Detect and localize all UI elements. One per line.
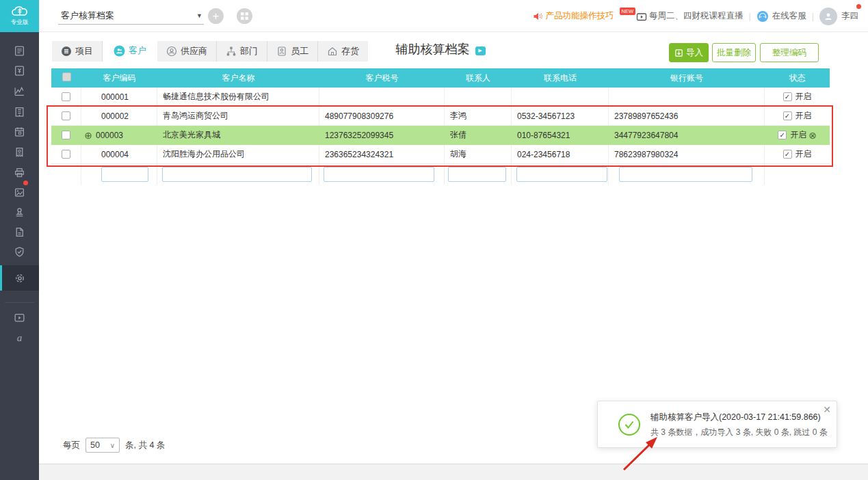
- cell-tax: 489077908309276: [319, 107, 445, 126]
- tab-label: 供应商: [181, 45, 207, 57]
- table-row[interactable]: 000001 畅捷通信息技术股份有限公司 ✓开启: [51, 88, 830, 107]
- row-checkbox[interactable]: [62, 150, 70, 159]
- inventory-house-icon: [327, 46, 338, 57]
- status-checkbox[interactable]: ✓: [783, 92, 792, 101]
- sidebar-item-print[interactable]: [0, 163, 39, 183]
- tab-inventory[interactable]: 存货: [318, 41, 368, 62]
- import-label: 导入: [686, 47, 703, 59]
- tab-employee[interactable]: 员工: [267, 41, 318, 62]
- sidebar-item-chanjet-brand[interactable]: a: [0, 328, 39, 348]
- table-row[interactable]: 000002 青岛鸿运商贸公司 489077908309276 李鸿 0532-…: [51, 107, 830, 126]
- new-tax-input[interactable]: [324, 167, 434, 182]
- sidebar-item-voucher[interactable]: [0, 41, 39, 61]
- cell-phone: 0532-34567123: [512, 107, 609, 126]
- new-bank-input[interactable]: [619, 167, 752, 182]
- remove-row-icon[interactable]: ⊗: [808, 130, 817, 141]
- supplier-badge-icon: [166, 46, 177, 57]
- select-caret-icon: ∨: [110, 442, 115, 449]
- close-icon[interactable]: ✕: [823, 404, 831, 415]
- tab-customer[interactable]: 客户: [103, 40, 157, 62]
- row-checkbox[interactable]: [62, 131, 70, 139]
- cell-bank: [609, 88, 765, 107]
- main-area: 客户核算档案 ▼ + 产品功能操作技巧 NEW 每周二、四财税课程直播 |: [39, 0, 868, 480]
- chevron-down-icon: ▼: [196, 12, 202, 19]
- sidebar-item-stamp[interactable]: [0, 202, 39, 222]
- import-result-toast: 辅助核算客户导入(2020-03-17 21:41:59.866) 共 3 条数…: [597, 401, 837, 448]
- separator: |: [749, 12, 751, 21]
- cell-name: 青岛鸿运商贸公司: [157, 107, 319, 126]
- app-root: 专业版 a 客户核算档案 ▼ +: [0, 0, 868, 480]
- tab-project[interactable]: 项目: [52, 41, 103, 62]
- product-tips-link[interactable]: 产品功能操作技巧: [533, 10, 614, 22]
- topbar-right-cluster: 产品功能操作技巧 NEW 每周二、四财税课程直播 | 在线客服 |: [533, 0, 859, 32]
- voucher-icon: [14, 45, 25, 57]
- cell-phone: 024-23456718: [512, 145, 609, 164]
- col-header-status: 状态: [765, 72, 830, 84]
- new-name-input[interactable]: [162, 167, 312, 182]
- sidebar-item-archive[interactable]: [0, 222, 39, 242]
- status-checkbox[interactable]: ✓: [783, 150, 792, 159]
- row-checkbox[interactable]: [62, 111, 70, 120]
- product-tips-label: 产品功能操作技巧: [546, 10, 614, 22]
- status-checkbox[interactable]: ✓: [778, 131, 787, 139]
- cloud-logo-icon: [12, 5, 28, 18]
- new-phone-input[interactable]: [516, 167, 607, 182]
- per-page-select[interactable]: 50 ∨: [86, 438, 120, 453]
- sidebar-item-invoice[interactable]: [0, 142, 39, 162]
- cell-status: ✓开启: [765, 107, 830, 126]
- live-course-label: 每周二、四财税课程直播: [649, 10, 744, 22]
- import-button[interactable]: 导入: [669, 43, 709, 62]
- report-building-icon: [14, 106, 25, 118]
- org-chart-icon: [226, 46, 237, 57]
- tab-label: 项目: [75, 45, 93, 57]
- sidebar-item-gallery[interactable]: [0, 183, 39, 202]
- project-list-icon: [61, 46, 72, 57]
- expand-plus-icon[interactable]: ⊕: [81, 130, 95, 141]
- app-logo[interactable]: 专业版: [0, 0, 39, 32]
- user-menu[interactable]: 李四: [819, 8, 858, 25]
- status-checkbox[interactable]: ✓: [783, 111, 792, 120]
- toast-title: 辅助核算客户导入(2020-03-17 21:41:59.866): [650, 412, 821, 423]
- bottom-strip: [39, 464, 868, 480]
- sidebar-item-closing-calendar[interactable]: [0, 122, 39, 142]
- live-course-link[interactable]: NEW 每周二、四财税课程直播: [620, 10, 744, 22]
- batch-delete-button[interactable]: 批量删除: [712, 43, 756, 62]
- tab-supplier[interactable]: 供应商: [157, 41, 217, 62]
- cell-name: 畅捷通信息技术股份有限公司: [157, 88, 319, 107]
- cell-bank: 34477923647804: [609, 126, 765, 145]
- new-entry-row: [51, 164, 830, 185]
- sidebar-item-settings[interactable]: [0, 265, 39, 291]
- employee-card-icon: [276, 46, 287, 57]
- new-badge: NEW: [620, 8, 636, 15]
- app-grid-button[interactable]: [237, 8, 252, 24]
- cell-code: 000001: [81, 88, 157, 107]
- online-service-link[interactable]: 在线客服: [757, 10, 806, 23]
- new-code-input[interactable]: [101, 167, 148, 182]
- tab-department[interactable]: 部门: [217, 41, 267, 62]
- organize-codes-button[interactable]: 整理编码: [760, 43, 819, 62]
- sidebar-item-video-course[interactable]: [0, 308, 39, 328]
- add-account-set-button[interactable]: +: [208, 8, 224, 24]
- module-select-dropdown[interactable]: 客户核算档案 ▼: [58, 7, 204, 25]
- cell-name: 沈阳胜海办公用品公司: [157, 145, 319, 164]
- select-all-checkbox[interactable]: [62, 72, 71, 81]
- sidebar-item-cashbook[interactable]: [0, 61, 39, 81]
- col-header-name: 客户名称: [157, 72, 319, 84]
- sidebar-item-audit[interactable]: [0, 242, 39, 262]
- cell-bank: 23789897652436: [609, 107, 765, 126]
- cell-phone: 010-87654321: [512, 126, 609, 145]
- sidebar-divider: [5, 302, 34, 303]
- table-row-selected[interactable]: ⊕000003 北京美光家具城 123763252099345 张倩 010-8…: [51, 126, 830, 145]
- new-contact-input[interactable]: [448, 167, 506, 182]
- title-video-icon[interactable]: ▶: [475, 46, 486, 55]
- grid-icon: [241, 12, 248, 20]
- invoice-icon: [14, 146, 25, 158]
- cell-tax: 236365234324321: [319, 145, 445, 164]
- table-row[interactable]: 000004 沈阳胜海办公用品公司 236365234324321 胡海 024…: [51, 145, 830, 164]
- sidebar-item-statements[interactable]: [0, 102, 39, 122]
- cell-phone: [512, 88, 609, 107]
- import-icon: [674, 49, 683, 57]
- sidebar-item-reports-chart[interactable]: [0, 81, 39, 101]
- row-checkbox[interactable]: [62, 92, 70, 101]
- organize-codes-label: 整理编码: [772, 47, 806, 59]
